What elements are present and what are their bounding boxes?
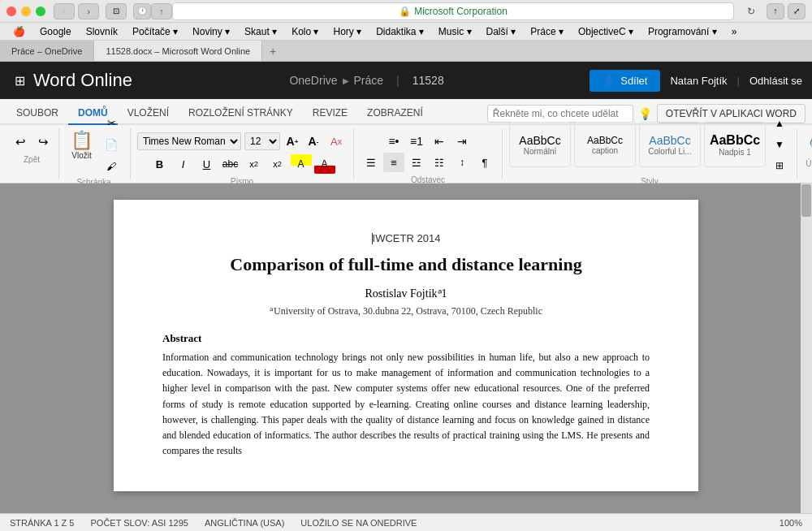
browser-titlebar: ‹ › ⊡ 🕐 ↑ 🔒 Microsoft Corporation ↻ ↑ ⤢ [0, 0, 812, 23]
justify-button[interactable]: ☷ [429, 153, 450, 172]
word-logo-area: ⊞ Word Online [10, 70, 144, 91]
lock-icon: 🔒 [399, 6, 411, 17]
apps-icon[interactable]: ⊞ [15, 73, 25, 88]
align-right-button[interactable]: ☲ [406, 153, 427, 172]
menu-didaktika[interactable]: Didaktika ▾ [369, 24, 430, 39]
style-normal-text: AaBbCc [519, 134, 560, 147]
maximize-button[interactable] [36, 6, 45, 16]
tab-soubor[interactable]: SOUBOR [6, 102, 68, 125]
paragraph-section: ≡• ≡1 ⇤ ⇥ ☰ ≡ ☲ ☷ ↕ ¶ Odstavec [353, 128, 502, 179]
menu-noviny[interactable]: Noviny ▾ [186, 24, 236, 39]
tab-rozlozeni[interactable]: ROZLOŽENÍ STRÁNKY [179, 102, 303, 125]
font-grow-button[interactable]: A+ [283, 132, 301, 150]
share-nav-button[interactable]: ↑ [151, 3, 172, 19]
tab-onedrive[interactable]: Práce – OneDrive [0, 41, 94, 61]
decrease-indent-button[interactable]: ⇤ [429, 132, 450, 151]
undo-button[interactable]: ↩ [10, 132, 31, 152]
bold-button[interactable]: B [149, 154, 171, 174]
tab-word-online[interactable]: 11528.docx – Microsoft Word Online [94, 41, 262, 61]
font-size-select[interactable]: 12 [244, 132, 280, 150]
cut-button[interactable]: ✂ [101, 113, 122, 132]
superscript-button[interactable]: x2 [267, 154, 288, 174]
apple-menu[interactable]: 🍎 [6, 24, 32, 39]
highlight-button[interactable]: A [291, 154, 312, 174]
tab-vlozeni[interactable]: VLOŽENÍ [118, 102, 179, 125]
find-button[interactable]: 🔍 [804, 132, 812, 159]
style-heading1[interactable]: AaBbCc Nadpis 1 [704, 122, 766, 167]
document-area: IWCETR 2014 Comparison of full-time and … [0, 183, 812, 513]
style-normal[interactable]: AaBbCc Normální [509, 122, 571, 167]
menu-kolo[interactable]: Kolo ▾ [285, 24, 325, 39]
status-save: ULOŽILO SE NA ONEDRIVE [300, 518, 417, 528]
doc-wcetr: IWCETR 2014 [162, 232, 650, 244]
increase-indent-button[interactable]: ⇥ [451, 132, 473, 151]
font-shrink-button[interactable]: A- [304, 132, 322, 150]
font-name-select[interactable]: Times New Roman [137, 132, 241, 150]
menu-objectivec[interactable]: ObjectiveC ▾ [572, 24, 640, 39]
history-button[interactable]: 🕐 [133, 3, 151, 19]
numbering-button[interactable]: ≡1 [406, 132, 427, 151]
paste-button[interactable]: 📋 Vložit [66, 128, 97, 162]
user-area: Natan Fojtík | Odhlásit se [670, 75, 802, 87]
share-person-icon: 👤 [603, 75, 615, 87]
styles-more[interactable]: ⊞ [769, 156, 790, 175]
menu-google[interactable]: Google [33, 24, 78, 39]
italic-button[interactable]: I [173, 154, 194, 174]
menu-skaut[interactable]: Skaut ▾ [238, 24, 283, 39]
browser-actions: ↑ ⤢ [767, 3, 806, 19]
resize-button[interactable]: ⤢ [788, 3, 806, 19]
refresh-button[interactable]: ↻ [742, 3, 760, 19]
close-button[interactable] [6, 6, 16, 16]
share-button[interactable]: 👤 Sdílet [590, 70, 660, 92]
tab-zobrazeni[interactable]: ZOBRAZENÍ [357, 102, 433, 125]
share-page-button[interactable]: ↑ [767, 3, 784, 19]
menu-more[interactable]: » [725, 24, 744, 39]
copy-button[interactable]: 📄 [101, 135, 122, 154]
menu-pocitace[interactable]: Počítače ▾ [126, 24, 184, 39]
redo-button[interactable]: ↪ [32, 132, 54, 152]
show-marks-button[interactable]: ¶ [474, 153, 495, 172]
style-colorful-label: Colorful Li... [648, 147, 691, 156]
style-heading1-label: Nadpis 1 [719, 148, 750, 157]
address-bar[interactable]: 🔒 Microsoft Corporation [172, 2, 734, 20]
clipboard-section: 📋 Vložit ✂ 📄 🖌 Schránka [58, 128, 130, 179]
edits-section: 🔍 Úpravy [797, 128, 812, 179]
line-spacing-button[interactable]: ↕ [451, 153, 473, 172]
menu-music[interactable]: Music ▾ [432, 24, 478, 39]
styles-scroll-up[interactable]: ▲ [769, 114, 790, 133]
doc-author: Rostislav Fojtikᵃ1 [162, 287, 650, 300]
menu-hory[interactable]: Hory ▾ [327, 24, 369, 39]
strikethrough-button[interactable]: abc [220, 154, 241, 174]
style-colorful[interactable]: AaBbCc Colorful Li... [639, 122, 701, 167]
scrollbar-vertical[interactable] [801, 183, 812, 513]
clear-formatting-button[interactable]: Ax [326, 132, 347, 151]
logout-link[interactable]: Odhlásit se [749, 75, 802, 87]
address-bar-area: 🔒 Microsoft Corporation ↻ [172, 2, 760, 20]
style-caption[interactable]: AaBbCc caption [574, 122, 636, 167]
back-button[interactable]: ‹ [54, 3, 75, 19]
view-button[interactable]: ⊡ [106, 3, 127, 19]
traffic-lights [6, 6, 45, 16]
menu-dalsi[interactable]: Další ▾ [480, 24, 523, 39]
styles-scroll-down[interactable]: ▼ [769, 135, 790, 154]
align-left-button[interactable]: ☰ [361, 153, 382, 172]
scroll-thumb[interactable] [801, 184, 811, 217]
breadcrumb-separator: ▶ [343, 76, 349, 85]
tab-revize[interactable]: REVIZE [303, 102, 357, 125]
align-center-button[interactable]: ≡ [383, 153, 404, 172]
menu-programovani[interactable]: Programování ▾ [641, 24, 723, 39]
bullets-button[interactable]: ≡• [383, 132, 404, 151]
subscript-button[interactable]: x2 [244, 154, 265, 174]
menu-prace[interactable]: Práce ▾ [524, 24, 570, 39]
breadcrumb-home[interactable]: OneDrive [289, 74, 337, 87]
format-painter-button[interactable]: 🖌 [101, 157, 122, 176]
font-color-button[interactable]: A [314, 154, 335, 174]
font-section: Times New Roman 12 A+ A- Ax B I U abc x2… [130, 128, 353, 179]
forward-button[interactable]: › [78, 3, 99, 19]
user-name[interactable]: Natan Fojtík [670, 75, 727, 87]
new-tab-button[interactable]: + [262, 41, 283, 61]
breadcrumb-current[interactable]: Práce [354, 74, 384, 87]
menu-slovnik[interactable]: Slovník [80, 24, 124, 39]
minimize-button[interactable] [21, 6, 31, 16]
underline-button[interactable]: U [197, 154, 218, 174]
